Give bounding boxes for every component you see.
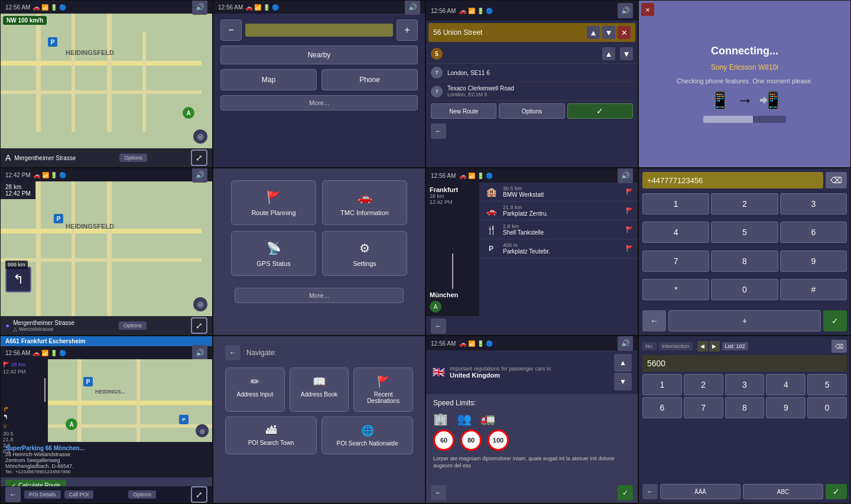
options-btn-1[interactable]: Options	[119, 154, 147, 162]
key-8[interactable]: 8	[711, 251, 778, 272]
street1-5: Mergentheimer Strasse	[13, 320, 74, 326]
list-back-btn[interactable]: ←	[642, 484, 658, 499]
dest-down-1[interactable]: ▼	[620, 47, 633, 60]
poi-phone-9: Tel.: +12345678901234567890	[5, 469, 207, 474]
list-key-5[interactable]: 5	[807, 374, 847, 395]
back-btn-10[interactable]: ←	[225, 345, 241, 360]
compass-5[interactable]: ◎	[193, 297, 207, 311]
list-key-7[interactable]: 7	[684, 397, 723, 418]
expand-icon-5[interactable]: ⤢	[191, 317, 207, 334]
numpad-grid: 1 2 3 4 5 6 7 8 9 * 0 #	[642, 193, 847, 305]
speaker-btn-7[interactable]: 🔊	[618, 168, 633, 183]
speaker-btn-11[interactable]: 🔊	[618, 336, 633, 351]
dest-up-1[interactable]: ▲	[602, 47, 615, 60]
back-btn-3[interactable]: ←	[431, 123, 446, 139]
list-key-1[interactable]: 1	[642, 374, 682, 395]
list-key-2[interactable]: 2	[684, 374, 723, 395]
key-7[interactable]: 7	[642, 251, 709, 272]
key-9[interactable]: 9	[780, 251, 847, 272]
addr-up-btn[interactable]: ▲	[587, 26, 600, 39]
expand-icon-9[interactable]: ⤢	[191, 486, 207, 503]
menu-more-btn[interactable]: More...	[235, 288, 404, 303]
poi-options-btn[interactable]: Options	[128, 490, 156, 499]
trip-time-5: 12:42 PM	[5, 190, 31, 197]
addr-close-btn[interactable]: ✕	[618, 26, 631, 39]
menu-btn-route[interactable]: 🚩 Route Planning	[231, 180, 316, 225]
list-arrow-right[interactable]: ▶	[709, 341, 720, 352]
key-plus[interactable]: +	[668, 310, 821, 331]
connecting-close-btn[interactable]: ×	[641, 3, 654, 16]
list-arrow-left[interactable]: ◀	[697, 341, 708, 352]
back-btn-11[interactable]: ←	[431, 485, 446, 500]
numpad-del-btn[interactable]: ⌫	[826, 172, 847, 188]
key-1[interactable]: 1	[642, 193, 709, 214]
key-hash[interactable]: #	[780, 279, 847, 300]
list-key-9[interactable]: 9	[766, 397, 805, 418]
numpad-display: +447777123456	[642, 172, 823, 188]
cell-list-input: No. Intersection ◀ ▶ List: 102 ⌫ 5600 1 …	[638, 336, 851, 503]
vol-next-btn[interactable]: +	[397, 19, 418, 41]
menu-btn-tmc[interactable]: 🚗 TMC Information	[322, 180, 407, 225]
compass-1[interactable]: ◎	[193, 129, 207, 144]
speaker-btn-1[interactable]: 🔊	[192, 0, 207, 15]
time-5: 12:42 PM	[5, 172, 31, 178]
options-btn-5[interactable]: Options	[119, 321, 147, 330]
nearby-btn[interactable]: Nearby	[220, 45, 418, 64]
list-key-0[interactable]: 0	[807, 397, 847, 418]
key-6[interactable]: 6	[780, 222, 847, 243]
phone-icon-2: 📲	[759, 90, 779, 110]
list-key-4[interactable]: 4	[766, 374, 805, 395]
list-key-3[interactable]: 3	[725, 374, 765, 395]
cell-uk-info: 12:56 AM 🚗 📶 🔋 🔵 🔊 🇬🇧 Important regulati…	[426, 336, 638, 503]
dest-confirm-btn[interactable]: ✓	[567, 103, 633, 119]
key-4[interactable]: 4	[642, 222, 709, 243]
key-star[interactable]: *	[642, 279, 709, 300]
speaker-btn-2[interactable]: 🔊	[405, 0, 420, 15]
speaker-btn-3[interactable]: 🔊	[618, 3, 633, 18]
speed-sign-icons: 🏢 👥 🚛	[433, 412, 631, 426]
addr-input-btn[interactable]: ✏ Address Input	[225, 368, 285, 412]
list-abc-btn[interactable]: ABC	[743, 484, 823, 499]
compass-9[interactable]: ◎	[196, 424, 209, 437]
uk-scroll-up[interactable]: ▲	[614, 354, 632, 372]
poi-details-btn[interactable]: POI Details	[24, 490, 61, 499]
phone-icons: 📱 → 📲	[710, 90, 779, 110]
list-key-6[interactable]: 6	[642, 397, 682, 418]
key-0[interactable]: 0	[711, 279, 778, 300]
key-5[interactable]: 5	[711, 222, 778, 243]
key-2[interactable]: 2	[711, 193, 778, 214]
recent-dest-btn[interactable]: 🚩 Recent Destinations	[353, 368, 413, 412]
phone-btn[interactable]: Phone	[321, 69, 418, 90]
dest-options-btn[interactable]: Options	[499, 103, 564, 119]
call-poi-btn[interactable]: Call POI	[64, 490, 94, 499]
dest-num-2: 7	[431, 67, 443, 79]
speaker-btn-9[interactable]: 🔊	[192, 345, 207, 360]
numpad-confirm-btn[interactable]: ✓	[823, 310, 847, 331]
vol-prev-btn[interactable]: −	[220, 19, 242, 41]
uk-confirm-btn[interactable]: ✓	[618, 485, 633, 500]
speaker-btn-5[interactable]: 🔊	[192, 168, 207, 183]
map-btn[interactable]: Map	[220, 69, 317, 90]
list-key-8[interactable]: 8	[725, 397, 765, 418]
list-del-btn[interactable]: ⌫	[831, 340, 847, 353]
menu-btn-settings[interactable]: ⚙ Settings	[322, 231, 407, 276]
poi-town-label: POI Search Town	[248, 440, 294, 446]
route-dest: München A	[430, 251, 476, 313]
back-btn-7[interactable]: ←	[431, 318, 446, 334]
list-aaa-btn[interactable]: ÄÄÄ	[660, 484, 740, 499]
numpad-back-btn[interactable]: ←	[642, 310, 666, 331]
key-3[interactable]: 3	[780, 193, 847, 214]
poi-nationwide-btn[interactable]: 🌐 POI Search Nationwide	[321, 417, 413, 454]
addr-book-btn[interactable]: 📖 Address Book	[290, 368, 349, 412]
addr-down-btn[interactable]: ▼	[602, 26, 615, 39]
poi-nationwide-label: POI Search Nationwide	[337, 440, 398, 447]
new-route-btn[interactable]: New Route	[431, 103, 496, 119]
uk-scroll-down[interactable]: ▼	[614, 373, 632, 391]
poi-town-btn[interactable]: 🏙 POI Search Town	[225, 417, 317, 454]
expand-icon-1[interactable]: ⤢	[191, 149, 207, 166]
menu-btn-gps[interactable]: 📡 GPS Status	[231, 231, 316, 276]
more-btn-2[interactable]: More...	[220, 95, 418, 110]
back-btn-9[interactable]: ←	[5, 487, 21, 502]
list-confirm-btn[interactable]: ✓	[826, 484, 847, 499]
volume-slider[interactable]	[245, 24, 393, 37]
